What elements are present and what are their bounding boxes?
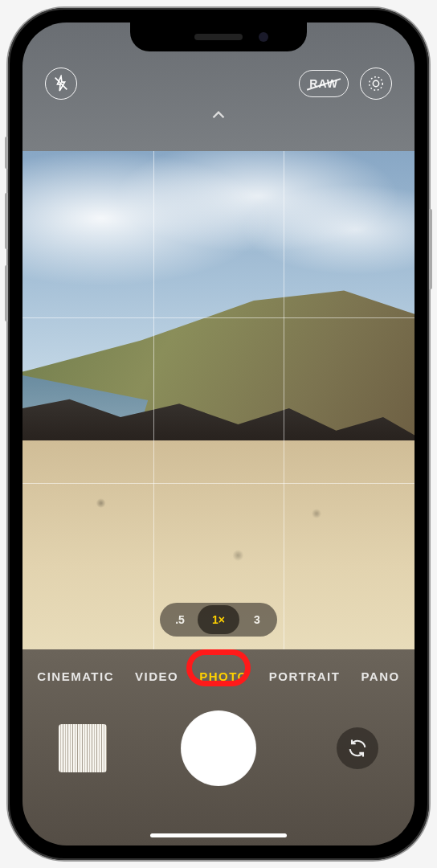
mode-selector[interactable]: CINEMATIC VIDEO PHOTO PORTRAIT PANO bbox=[22, 649, 415, 696]
live-photo-toggle[interactable] bbox=[360, 68, 392, 100]
home-indicator[interactable] bbox=[150, 833, 287, 837]
zoom-3x[interactable]: 3 bbox=[239, 605, 275, 634]
controls-row bbox=[22, 696, 415, 800]
mode-cinematic[interactable]: CINEMATIC bbox=[37, 669, 114, 683]
svg-point-2 bbox=[370, 77, 383, 91]
zoom-selector: .5 1× 3 bbox=[160, 603, 277, 637]
raw-toggle[interactable]: RAW bbox=[299, 70, 349, 97]
live-preview bbox=[22, 151, 415, 649]
mode-pano[interactable]: PANO bbox=[361, 669, 399, 683]
camera-bottom-bar: CINEMATIC VIDEO PHOTO PORTRAIT PANO bbox=[22, 649, 415, 845]
volume-down-button bbox=[5, 265, 8, 321]
expand-controls-button[interactable] bbox=[208, 104, 229, 129]
shutter-button[interactable] bbox=[184, 714, 253, 783]
svg-point-1 bbox=[373, 80, 378, 86]
speaker-grille bbox=[194, 34, 243, 40]
camera-flip-button[interactable] bbox=[337, 727, 378, 769]
live-photo-icon bbox=[367, 75, 385, 92]
phone-frame: RAW bbox=[8, 8, 429, 860]
annotation-highlight bbox=[186, 649, 251, 686]
mute-switch bbox=[5, 137, 8, 169]
flash-toggle[interactable] bbox=[45, 68, 77, 100]
chevron-up-icon bbox=[208, 104, 229, 125]
flash-off-icon bbox=[52, 75, 70, 92]
last-photo-thumbnail[interactable] bbox=[59, 724, 107, 772]
mode-portrait[interactable]: PORTRAIT bbox=[269, 669, 341, 683]
camera-top-bar: RAW bbox=[22, 59, 415, 108]
zoom-1x[interactable]: 1× bbox=[198, 605, 239, 634]
camera-flip-icon bbox=[346, 737, 369, 760]
notch bbox=[130, 23, 307, 51]
mode-video[interactable]: VIDEO bbox=[135, 669, 178, 683]
front-camera bbox=[259, 32, 268, 42]
camera-viewfinder[interactable]: .5 1× 3 bbox=[22, 151, 415, 649]
side-button bbox=[429, 209, 432, 289]
raw-label: RAW bbox=[309, 77, 338, 90]
zoom-0-5x[interactable]: .5 bbox=[162, 605, 198, 634]
screen: RAW bbox=[22, 23, 415, 845]
volume-up-button bbox=[5, 193, 8, 249]
